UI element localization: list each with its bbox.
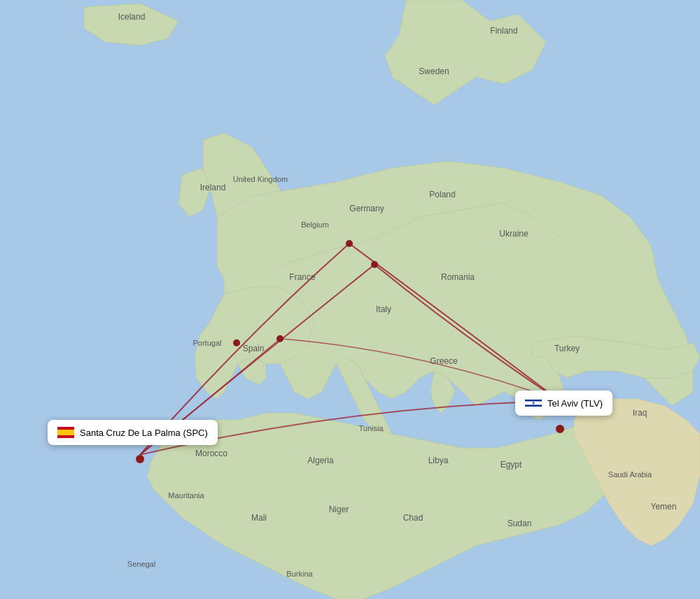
- label-iraq: Iraq: [633, 408, 648, 418]
- label-germany: Germany: [349, 204, 384, 213]
- label-turkey: Turkey: [554, 344, 580, 353]
- svg-rect-11: [525, 400, 542, 402]
- label-greece: Greece: [430, 356, 458, 366]
- waypoint-milan: [371, 261, 378, 268]
- label-romania: Romania: [441, 272, 475, 282]
- airport-tlv-popup: Tel Aviv (TLV): [515, 390, 612, 416]
- airport-spc-popup: Santa Cruz De La Palma (SPC): [48, 420, 218, 445]
- label-saudi: Saudi Arabia: [608, 470, 652, 479]
- flag-israel: [525, 397, 542, 409]
- label-belgium: Belgium: [301, 220, 329, 229]
- map-svg: Iceland Finland Sweden Ireland United Ki…: [0, 0, 700, 599]
- airport-tlv-label: Tel Aviv (TLV): [547, 398, 603, 409]
- label-tunisia: Tunisia: [358, 424, 384, 432]
- label-sudan: Sudan: [507, 519, 532, 528]
- label-mali: Mali: [251, 513, 267, 523]
- label-egypt: Egypt: [500, 460, 522, 470]
- waypoint-barcelona: [276, 335, 284, 342]
- label-france: France: [289, 272, 316, 282]
- svg-rect-9: [57, 430, 74, 435]
- label-italy: Italy: [376, 304, 391, 314]
- label-libya: Libya: [428, 456, 449, 465]
- label-portugal: Portugal: [193, 339, 222, 347]
- label-ireland: Ireland: [200, 183, 226, 192]
- label-algeria: Algeria: [307, 456, 334, 465]
- label-ukraine: Ukraine: [499, 229, 528, 239]
- airport-spc-dot: [136, 455, 144, 463]
- label-iceland: Iceland: [118, 12, 146, 22]
- label-uk: United Kingdom: [233, 175, 288, 183]
- label-yemen: Yemen: [651, 502, 677, 512]
- label-morocco: Morocco: [195, 449, 227, 458]
- airport-spc-label: Santa Cruz De La Palma (SPC): [80, 428, 208, 438]
- label-chad: Chad: [403, 513, 424, 523]
- label-finland: Finland: [490, 26, 517, 36]
- label-mauritania: Mauritania: [168, 491, 204, 500]
- label-burkina: Burkina: [286, 570, 313, 578]
- label-poland: Poland: [429, 190, 455, 199]
- label-niger: Niger: [329, 505, 349, 514]
- waypoint-frankfurt: [346, 240, 353, 247]
- label-spain: Spain: [243, 344, 265, 353]
- flag-spain: [57, 427, 74, 438]
- map-container: Iceland Finland Sweden Ireland United Ki…: [0, 0, 700, 599]
- svg-rect-12: [525, 405, 542, 407]
- label-senegal: Senegal: [127, 560, 155, 568]
- waypoint-madrid: [233, 339, 240, 346]
- airport-tlv-dot: [556, 425, 564, 433]
- label-sweden: Sweden: [419, 66, 449, 76]
